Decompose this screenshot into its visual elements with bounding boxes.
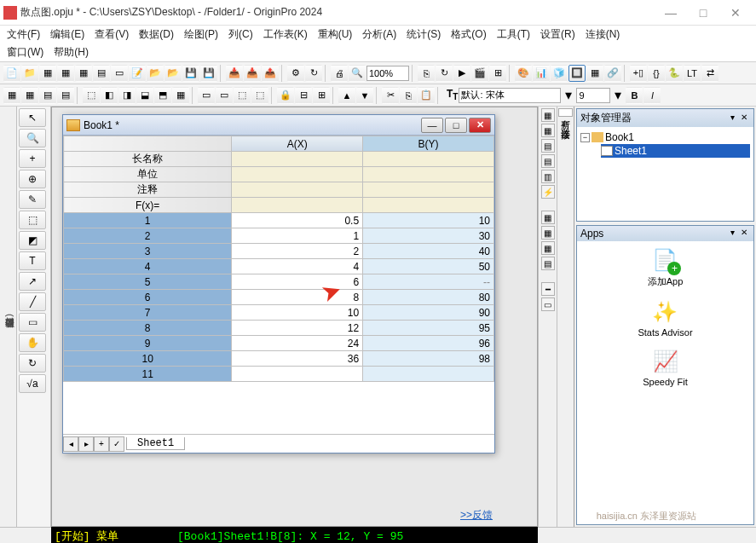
- new-graph-button[interactable]: ▤: [93, 65, 110, 82]
- print-preview-button[interactable]: 🔍: [349, 65, 366, 82]
- cell-b[interactable]: --: [363, 274, 494, 290]
- maximize-button[interactable]: □: [693, 6, 713, 20]
- mask-tool[interactable]: ◩: [19, 231, 46, 250]
- python-button[interactable]: 🐍: [666, 65, 683, 82]
- objmgr-pin-icon[interactable]: ▾: [726, 113, 738, 124]
- cell-b[interactable]: 95: [363, 321, 494, 336]
- new-excel-button[interactable]: ▦: [57, 65, 74, 82]
- lt-button[interactable]: LT: [684, 65, 701, 82]
- arrow-tool[interactable]: ↗: [19, 272, 46, 291]
- mid-btn-12[interactable]: ▭: [541, 297, 555, 311]
- layer3-button[interactable]: ⬚: [234, 87, 251, 104]
- text-tool[interactable]: T: [19, 251, 46, 270]
- menu-connectivity[interactable]: 连接(N): [586, 27, 620, 42]
- batch-button[interactable]: ⚙: [287, 65, 304, 82]
- console-start[interactable]: [开始] 菜单: [51, 527, 170, 543]
- add-app-button[interactable]: 📄+ 添加App: [648, 245, 684, 288]
- nav-prev[interactable]: ▸: [78, 436, 94, 452]
- workbook-titlebar[interactable]: Book1 * — □ ✕: [63, 115, 494, 136]
- menu-statistics[interactable]: 统计(S): [407, 27, 441, 42]
- data-table[interactable]: A(X) B(Y) 长名称 单位 注释 F(x)= 10.51021303240…: [63, 136, 494, 382]
- add-col-button[interactable]: +▯: [630, 65, 647, 82]
- layer2-button[interactable]: ▭: [216, 87, 233, 104]
- new-workbook-button[interactable]: ▦: [39, 65, 56, 82]
- misc5-button[interactable]: ⬒: [154, 87, 171, 104]
- cell-a[interactable]: 36: [232, 351, 363, 367]
- mid-btn-5[interactable]: ▥: [541, 170, 555, 183]
- sqrt-tool[interactable]: √a: [19, 374, 46, 393]
- misc3-button[interactable]: ◨: [118, 87, 136, 104]
- row-num[interactable]: 9: [64, 336, 232, 351]
- import-button[interactable]: 📥: [244, 65, 261, 82]
- corner-cell[interactable]: [64, 136, 232, 152]
- nav-add[interactable]: +: [94, 436, 109, 452]
- new-folder-button[interactable]: 📁: [21, 65, 38, 82]
- cut-button[interactable]: ✂: [382, 87, 399, 104]
- menu-tools[interactable]: 工具(T): [497, 27, 530, 42]
- row-longname[interactable]: 长名称: [64, 152, 232, 167]
- row-num[interactable]: 7: [64, 305, 232, 321]
- bold-button[interactable]: B: [626, 87, 643, 104]
- pointer-tool[interactable]: ↖: [19, 108, 46, 127]
- slideshow-button[interactable]: ▶: [453, 65, 470, 82]
- graph4-button[interactable]: ▤: [57, 87, 74, 104]
- duplicate-button[interactable]: ⎘: [418, 65, 435, 82]
- workbook-close-button[interactable]: ✕: [469, 118, 491, 133]
- menu-data[interactable]: 数据(D): [139, 27, 174, 42]
- feedback-link[interactable]: >>反馈: [460, 508, 493, 523]
- graph1-button[interactable]: ▦: [3, 87, 20, 104]
- refresh-button[interactable]: ↻: [436, 65, 453, 82]
- menu-file[interactable]: 文件(F): [7, 27, 40, 42]
- row-num[interactable]: 2: [64, 228, 232, 244]
- minimize-button[interactable]: —: [661, 6, 681, 20]
- back-button[interactable]: ▼: [356, 87, 373, 104]
- apps-tab-all[interactable]: 所有: [558, 108, 573, 117]
- data-highlight-button[interactable]: 🔲: [568, 65, 586, 82]
- open-template-button[interactable]: 📂: [164, 65, 182, 82]
- menu-edit[interactable]: 编辑(E): [50, 27, 84, 42]
- mid-btn-8[interactable]: ▦: [541, 226, 555, 240]
- graph3-button[interactable]: ▤: [39, 87, 56, 104]
- link-button[interactable]: 🔗: [604, 65, 621, 82]
- sheet-tab[interactable]: Sheet1: [126, 437, 185, 450]
- menu-analysis[interactable]: 分析(A): [362, 27, 396, 42]
- cell-b[interactable]: 50: [363, 259, 494, 274]
- mid-btn-4[interactable]: ▤: [541, 154, 555, 168]
- new-notes-button[interactable]: 📝: [129, 65, 146, 82]
- cell-a[interactable]: 6: [232, 274, 363, 290]
- reader-tool[interactable]: +: [19, 149, 46, 168]
- objmgr-tree[interactable]: − Book1 Sheet1: [577, 127, 753, 161]
- save-template-button[interactable]: 💾: [200, 65, 217, 82]
- workbook-max-button[interactable]: □: [445, 118, 467, 133]
- menu-column[interactable]: 列(C): [228, 27, 253, 42]
- zoom-tool[interactable]: 🔍: [19, 129, 46, 147]
- worksheet[interactable]: A(X) B(Y) 长名称 单位 注释 F(x)= 10.51021303240…: [63, 136, 494, 434]
- row-fx[interactable]: F(x)=: [64, 198, 232, 213]
- menu-format[interactable]: 格式(O): [451, 27, 486, 42]
- apps-pin-icon[interactable]: ▾: [726, 228, 738, 240]
- misc1-button[interactable]: ⬚: [83, 87, 100, 104]
- code-button[interactable]: {}: [648, 65, 665, 82]
- ungroup-button[interactable]: ⊟: [295, 87, 312, 104]
- tree-sheet1[interactable]: Sheet1: [601, 144, 750, 158]
- misc6-button[interactable]: ▦: [172, 87, 189, 104]
- save-button[interactable]: 💾: [182, 65, 199, 82]
- apps-close-icon[interactable]: ✕: [738, 228, 750, 240]
- font-select[interactable]: [459, 88, 561, 103]
- lock-button[interactable]: 🔒: [277, 87, 294, 104]
- menu-plot[interactable]: 绘图(P): [184, 27, 218, 42]
- menu-help[interactable]: 帮助(H): [54, 45, 89, 60]
- new-project-button[interactable]: 📄: [3, 65, 20, 82]
- export-button[interactable]: 📤: [262, 65, 279, 82]
- cell-b[interactable]: 40: [363, 244, 494, 259]
- layer-button[interactable]: ▦: [586, 65, 603, 82]
- cell-b[interactable]: 80: [363, 290, 494, 305]
- mid-btn-6[interactable]: ⚡: [541, 185, 555, 199]
- region-tool[interactable]: ⬚: [19, 211, 46, 229]
- import-wizard-button[interactable]: 📥: [226, 65, 243, 82]
- cell-b[interactable]: [363, 367, 494, 382]
- objmgr-close-icon[interactable]: ✕: [738, 113, 750, 124]
- app-stats-advisor[interactable]: ✨ Stats Advisor: [638, 297, 692, 338]
- open-button[interactable]: 📂: [147, 65, 164, 82]
- row-num[interactable]: 6: [64, 290, 232, 305]
